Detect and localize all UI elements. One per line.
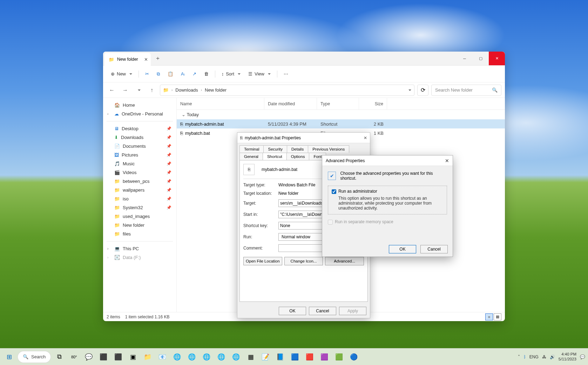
- word-icon[interactable]: 📘: [274, 351, 286, 363]
- tab-terminal[interactable]: Terminal: [239, 145, 264, 153]
- language-indicator[interactable]: ENG: [529, 354, 539, 359]
- tab-shortcut[interactable]: Shortcut: [263, 153, 287, 160]
- sort-button[interactable]: ↕Sort: [218, 69, 244, 79]
- edge-dev-icon[interactable]: 🌐: [215, 351, 228, 363]
- ok-button[interactable]: OK: [279, 307, 306, 315]
- details-view-icon[interactable]: ≡: [485, 313, 493, 320]
- chevron-right-icon[interactable]: ›: [107, 112, 108, 116]
- notifications-icon[interactable]: 💬: [580, 354, 585, 359]
- app-icon[interactable]: ⬛: [97, 351, 110, 363]
- sidebar-data-f[interactable]: ›💽Data (F:): [105, 253, 174, 262]
- network-icon[interactable]: 🖧: [542, 354, 546, 359]
- outlook-icon[interactable]: 📧: [156, 351, 169, 363]
- tab-security[interactable]: Security: [263, 145, 287, 153]
- properties-titlebar[interactable]: ⎘ mybatch-admin.bat Properties ✕: [237, 133, 370, 143]
- tab-options[interactable]: Options: [286, 153, 310, 160]
- minimize-button[interactable]: ─: [457, 52, 473, 65]
- app-icon[interactable]: 🟪: [318, 351, 331, 363]
- app-icon[interactable]: 🔵: [347, 351, 360, 363]
- app-icon[interactable]: 🟩: [333, 351, 345, 363]
- cancel-button[interactable]: Cancel: [420, 245, 448, 253]
- breadcrumb-bar[interactable]: 📁 › Downloads › New folder: [160, 85, 414, 96]
- refresh-button[interactable]: ⟳: [417, 85, 428, 96]
- advanced-button[interactable]: Advanced...: [325, 257, 364, 265]
- chat-icon[interactable]: 💬: [82, 351, 95, 363]
- maximize-button[interactable]: ▢: [473, 52, 489, 65]
- sidebar-downloads[interactable]: ⬇Downloads📌: [105, 133, 174, 142]
- sidebar-this-pc[interactable]: ›💻This PC: [105, 244, 174, 253]
- path-dropdown[interactable]: [407, 87, 411, 93]
- cut-button[interactable]: ✂: [142, 69, 153, 79]
- column-headers[interactable]: Name Date modified Type Size: [177, 98, 505, 110]
- sidebar-pictures[interactable]: 🖼Pictures📌: [105, 151, 174, 159]
- sidebar-documents[interactable]: 📄Documents📌: [105, 142, 174, 151]
- notepad-icon[interactable]: 📝: [259, 351, 272, 363]
- file-explorer-icon[interactable]: 📁: [141, 351, 154, 363]
- start-button[interactable]: ⊞: [3, 351, 15, 363]
- paste-button[interactable]: 📋: [164, 69, 177, 79]
- sidebar-videos[interactable]: 🎬Videos📌: [105, 168, 174, 177]
- edge-beta-icon[interactable]: 🌐: [185, 351, 198, 363]
- sidebar-desktop[interactable]: 🖥Desktop📌: [105, 124, 174, 133]
- edge-canary-icon[interactable]: 🌐: [230, 351, 242, 363]
- weather-widget[interactable]: 80°: [68, 351, 80, 363]
- delete-button[interactable]: 🗑: [201, 69, 212, 79]
- advanced-titlebar[interactable]: Advanced Properties ✕: [322, 155, 453, 166]
- clock[interactable]: 4:40 PM 5/11/2023: [559, 352, 576, 361]
- apply-button[interactable]: Apply: [339, 307, 366, 315]
- sidebar-iso[interactable]: 📁iso📌: [105, 194, 174, 203]
- ok-button[interactable]: OK: [389, 245, 416, 253]
- tab-general[interactable]: General: [239, 153, 263, 160]
- chrome-icon[interactable]: 🌐: [200, 351, 213, 363]
- edge-icon[interactable]: 🌐: [171, 351, 183, 363]
- task-view-button[interactable]: ⧉: [53, 351, 66, 363]
- chevron-right-icon[interactable]: ›: [107, 255, 108, 259]
- recent-button[interactable]: [133, 85, 144, 95]
- close-icon[interactable]: ✕: [445, 158, 449, 164]
- change-icon-button[interactable]: Change Icon...: [284, 257, 323, 265]
- crumb-downloads[interactable]: Downloads: [175, 87, 198, 93]
- col-name[interactable]: Name: [177, 98, 264, 109]
- crumb-new-folder[interactable]: New folder: [205, 87, 227, 93]
- volume-icon[interactable]: 🔊: [550, 354, 555, 359]
- view-button[interactable]: ☰View: [245, 69, 274, 79]
- app-icon[interactable]: ▦: [244, 351, 257, 363]
- open-file-location-button[interactable]: Open File Location: [243, 257, 282, 265]
- run-as-admin-checkbox[interactable]: [332, 189, 336, 194]
- tab-new-folder[interactable]: 📁 New folder ✕: [104, 53, 151, 66]
- bluetooth-icon[interactable]: ᛒ: [523, 354, 526, 359]
- chevron-right-icon[interactable]: ›: [107, 247, 108, 251]
- sidebar-new-folder[interactable]: 📁New folder: [105, 221, 174, 230]
- forward-button[interactable]: →: [120, 85, 130, 95]
- new-button[interactable]: ⊕New: [107, 69, 136, 79]
- search-box[interactable]: Search New folder 🔍: [431, 85, 501, 96]
- cancel-button[interactable]: Cancel: [309, 307, 336, 315]
- new-tab-button[interactable]: ＋: [151, 52, 165, 65]
- more-button[interactable]: ⋯: [280, 69, 292, 79]
- large-icons-view-icon[interactable]: ▦: [494, 313, 501, 320]
- app-icon[interactable]: 🟥: [303, 351, 316, 363]
- up-button[interactable]: ↑: [147, 85, 157, 95]
- sidebar-music[interactable]: 🎵Music📌: [105, 159, 174, 168]
- close-button[interactable]: ✕: [489, 52, 505, 65]
- taskbar-search[interactable]: 🔍Search: [18, 351, 51, 363]
- sidebar-system32[interactable]: 📁System32📌: [105, 203, 174, 212]
- group-today[interactable]: Today: [177, 110, 505, 119]
- tab-details[interactable]: Details: [287, 145, 308, 153]
- file-row[interactable]: ⎘mybatch-admin.bat 5/11/2023 4:39 PM Sho…: [177, 119, 505, 128]
- copy-button[interactable]: ⧉: [153, 69, 163, 79]
- col-type[interactable]: Type: [317, 98, 359, 109]
- col-size[interactable]: Size: [359, 98, 387, 109]
- tab-previous-versions[interactable]: Previous Versions: [308, 145, 349, 153]
- col-date[interactable]: Date modified: [264, 98, 317, 109]
- tray-chevron-icon[interactable]: ˄: [518, 354, 520, 359]
- tab-close-icon[interactable]: ✕: [144, 57, 148, 62]
- close-icon[interactable]: ✕: [364, 135, 367, 140]
- back-button[interactable]: ←: [107, 85, 117, 95]
- sidebar-home[interactable]: 🏠Home: [105, 101, 174, 109]
- sidebar-onedrive[interactable]: ›☁OneDrive - Personal: [105, 109, 174, 118]
- sidebar-between-pcs[interactable]: 📁between_pcs📌: [105, 177, 174, 186]
- app-icon[interactable]: ⬛: [112, 351, 124, 363]
- sidebar-used-images[interactable]: 📁used_images: [105, 212, 174, 221]
- sidebar-files[interactable]: 📁files: [105, 230, 174, 238]
